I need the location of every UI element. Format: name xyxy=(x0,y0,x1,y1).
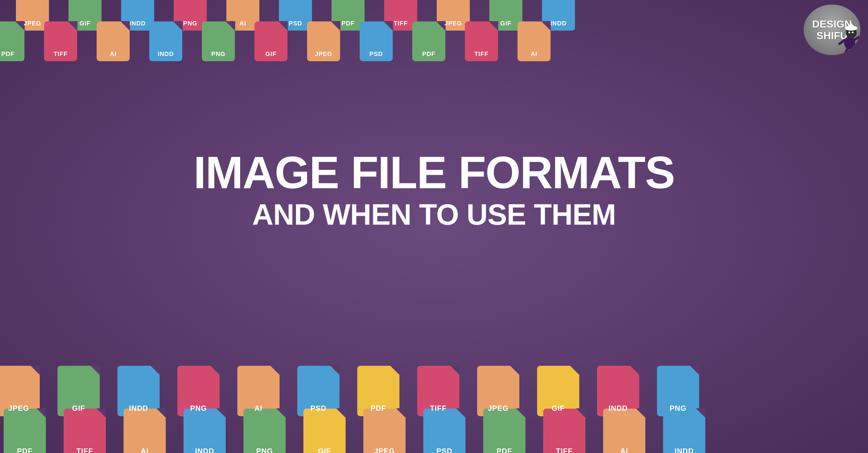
file-pdf2-bbot: PDF xyxy=(483,408,525,453)
ninja-icon xyxy=(833,20,860,55)
logo-circle: DESIGN SHIFU xyxy=(804,5,860,55)
file-gif-r2: GIF xyxy=(254,22,287,61)
file-ai2-bbot: AI xyxy=(603,408,645,453)
logo-container: DESIGN SHIFU xyxy=(804,5,860,55)
file-indd-r2: INDD xyxy=(149,22,182,61)
bottom-partial-row: PDF TIFF AI INDD PNG GIF JPEG PSD PDF TI… xyxy=(0,408,715,453)
svg-marker-3 xyxy=(846,23,856,28)
svg-line-5 xyxy=(854,37,860,40)
file-ai-bbot: AI xyxy=(124,408,166,453)
row2: PDF TIFF AI INDD PNG GIF JPEG PSD PDF TI… xyxy=(0,22,566,61)
file-psd-r2: PSD xyxy=(360,22,393,61)
main-title: IMAGE FILE FORMATS xyxy=(43,150,825,195)
banner: JPEG GIF INDD PNG AI PSD PDF TIFF JPEG G… xyxy=(0,0,868,453)
file-pdf-r2: PDF xyxy=(0,22,25,61)
top-row-partial: JPEG GIF INDD PNG AI PSD PDF TIFF JPEG G… xyxy=(0,0,591,31)
svg-line-7 xyxy=(852,49,855,55)
center-content: IMAGE FILE FORMATS AND WHEN TO USE THEM xyxy=(43,150,825,231)
sub-title: AND WHEN TO USE THEM xyxy=(43,198,825,231)
svg-line-6 xyxy=(844,49,847,55)
file-tiff-bbot: TIFF xyxy=(64,408,106,453)
file-png-r2: PNG xyxy=(202,22,235,61)
file-tiff2-bbot: TIFF xyxy=(543,408,585,453)
file-jpeg-bbot: JPEG xyxy=(363,408,406,453)
svg-point-0 xyxy=(844,36,855,50)
file-indd-bbot: INDD xyxy=(184,408,226,453)
file-ai-r2: AI xyxy=(97,22,130,61)
file-gif-bbot: GIF xyxy=(303,408,346,453)
file-psd-bbot: PSD xyxy=(423,408,465,453)
file-pdf2-r2: PDF xyxy=(412,22,445,61)
file-ai2-r2: AI xyxy=(518,22,551,61)
file-tiff2-r2: TIFF xyxy=(465,22,498,61)
svg-point-9 xyxy=(848,31,850,33)
file-jpeg-r2: JPEG xyxy=(307,22,340,61)
file-pdf-bbot: PDF xyxy=(4,408,46,453)
file-png-bbot: PNG xyxy=(244,408,286,453)
file-indd2-bbot: INDD xyxy=(663,408,705,453)
svg-point-10 xyxy=(852,31,854,33)
file-tiff-r2: TIFF xyxy=(44,22,77,61)
svg-line-8 xyxy=(860,33,860,37)
